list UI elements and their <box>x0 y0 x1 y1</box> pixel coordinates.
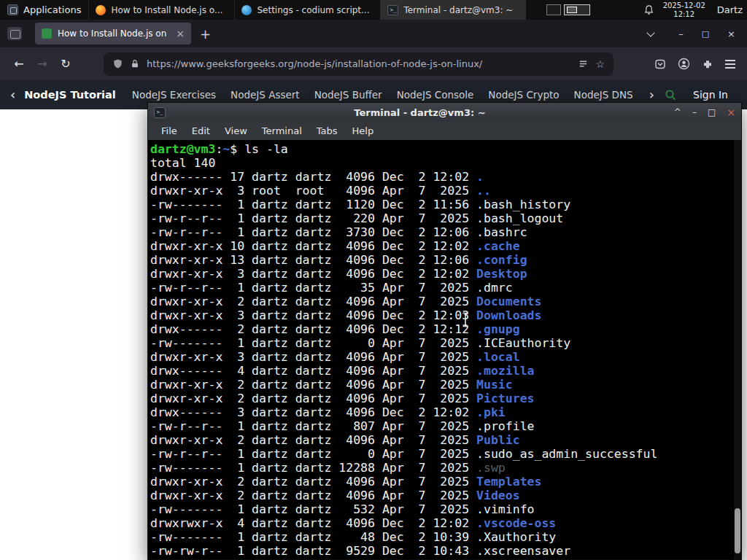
applications-label: Applications <box>23 4 81 15</box>
gfg-link[interactable]: NodeJS Console <box>397 89 474 101</box>
nav-toolbar: ← → ↻ https://www.geeksforgeeks.org/node… <box>0 47 747 80</box>
window-minimize-button[interactable]: – <box>678 29 684 39</box>
back-button[interactable]: ← <box>7 57 31 71</box>
terminal-close-button[interactable]: × <box>727 108 735 117</box>
terminal-icon: >_ <box>387 5 398 15</box>
window-controls: – □ × <box>678 29 735 39</box>
pocket-icon[interactable] <box>654 58 666 70</box>
window-button-terminal[interactable]: >_ Terminal - dartz@vm3: ~ <box>380 0 526 20</box>
gfg-link[interactable]: NodeJS Assert <box>231 89 300 101</box>
window-close-button[interactable]: × <box>727 29 735 39</box>
window-button-label: How to Install Node.js o... <box>111 5 222 15</box>
sign-in-button[interactable]: Sign In <box>693 89 728 101</box>
gfg-favicon <box>42 28 52 39</box>
url-bar[interactable]: https://www.geeksforgeeks.org/node-js/in… <box>104 52 614 76</box>
terminal-window: >_ Terminal - dartz@vm3: ~ ^ – □ × File … <box>147 102 742 560</box>
terminal-window-icon: >_ <box>154 107 166 118</box>
terminal-window-controls: ^ – □ × <box>674 108 735 117</box>
terminal-maximize-button[interactable]: □ <box>708 108 716 117</box>
firefox-icon <box>96 5 106 15</box>
extensions-icon[interactable] <box>702 58 713 70</box>
clock[interactable]: 2025-12-02 12:12 <box>663 1 705 18</box>
settings-app-icon <box>241 5 252 15</box>
workspace-window-thumb <box>567 7 577 13</box>
tracking-shield-icon[interactable] <box>112 58 123 69</box>
window-button-label: Terminal - dartz@vm3: ~ <box>403 5 513 15</box>
applications-menu[interactable]: Applications <box>0 0 88 20</box>
menu-terminal[interactable]: Terminal <box>255 125 309 136</box>
toolbar-actions <box>654 58 735 70</box>
terminal-minimize-button[interactable]: – <box>692 108 697 117</box>
menu-edit[interactable]: Edit <box>185 125 217 136</box>
browser-tab[interactable]: How to Install Node.js on × <box>35 23 191 44</box>
terminal-titlebar[interactable]: >_ Terminal - dartz@vm3: ~ ^ – □ × <box>148 103 741 122</box>
terminal-menubar: File Edit View Terminal Tabs Help <box>148 122 741 140</box>
window-maximize-button[interactable]: □ <box>702 29 709 39</box>
top-panel: Applications How to Install Node.js o...… <box>0 0 747 20</box>
list-all-tabs-icon[interactable] <box>647 28 655 36</box>
clock-time: 12:12 <box>663 10 705 19</box>
reader-mode-icon[interactable] <box>578 59 589 69</box>
tab-close-icon[interactable]: × <box>176 28 185 39</box>
workspace-1[interactable] <box>546 4 561 15</box>
search-icon <box>665 89 677 101</box>
gfg-link[interactable]: NodeJS Crypto <box>488 89 559 101</box>
account-icon[interactable] <box>678 58 690 70</box>
tab-title: How to Install Node.js on <box>58 28 170 39</box>
search-button[interactable] <box>665 89 677 101</box>
menu-help[interactable]: Help <box>345 125 382 136</box>
window-button-label: Settings - codium script... <box>257 5 369 15</box>
gfg-links: NodeJS Exercises NodeJS Assert NodeJS Bu… <box>132 89 643 101</box>
shade-button[interactable]: ^ <box>674 108 681 117</box>
forward-button[interactable]: → <box>31 57 54 71</box>
scroll-right-button[interactable]: › <box>649 88 654 101</box>
applications-icon <box>7 4 18 15</box>
gfg-link[interactable]: NodeJS Buffer <box>314 89 382 101</box>
terminal-body[interactable]: dartz@vm3:~$ ls -la total 140 drwx------… <box>148 140 741 559</box>
bookmark-star-icon[interactable]: ☆ <box>595 58 605 70</box>
gfg-link[interactable]: NodeJS DNS <box>574 89 633 101</box>
terminal-scrollbar[interactable] <box>734 140 741 559</box>
url-text[interactable]: https://www.geeksforgeeks.org/node-js/in… <box>147 58 571 69</box>
user-menu[interactable]: Dartz <box>717 4 743 15</box>
gfg-link[interactable]: NodeJS Exercises <box>132 89 216 101</box>
scrollbar-thumb[interactable] <box>735 508 740 553</box>
desktop: Applications How to Install Node.js o...… <box>0 0 747 560</box>
terminal-output[interactable]: dartz@vm3:~$ ls -la total 140 drwx------… <box>148 140 741 558</box>
menu-file[interactable]: File <box>154 125 185 136</box>
workspace-switcher[interactable] <box>546 0 590 20</box>
menu-icon[interactable] <box>725 63 735 65</box>
firefox-view-button[interactable] <box>7 27 22 40</box>
terminal-title: Terminal - dartz@vm3: ~ <box>166 107 674 118</box>
clock-date: 2025-12-02 <box>663 1 705 10</box>
window-button-settings[interactable]: Settings - codium script... <box>234 0 380 20</box>
window-button-firefox[interactable]: How to Install Node.js o... <box>88 0 234 20</box>
menu-tabs[interactable]: Tabs <box>309 125 345 136</box>
reload-button[interactable]: ↻ <box>54 57 77 71</box>
tab-bar: How to Install Node.js on × + – □ × <box>0 20 747 47</box>
menu-view[interactable]: View <box>217 125 255 136</box>
new-tab-button[interactable]: + <box>200 26 211 42</box>
workspace-2[interactable] <box>564 4 590 15</box>
scroll-left-button[interactable]: ‹ <box>10 88 15 101</box>
notification-bell-icon[interactable] <box>643 4 654 16</box>
gfg-title-link[interactable]: NodeJS Tutorial <box>24 89 116 101</box>
lock-icon[interactable] <box>130 58 140 69</box>
